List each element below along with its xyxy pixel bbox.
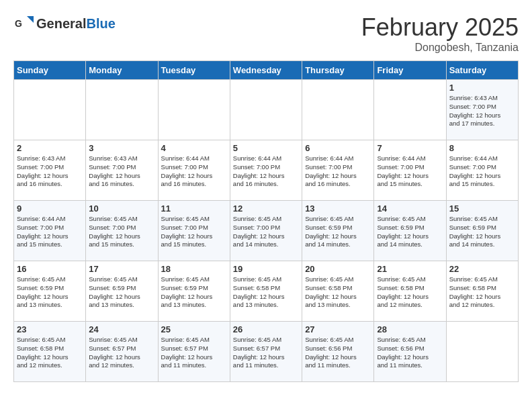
- svg-text:G: G: [15, 18, 22, 29]
- day-number: 7: [377, 143, 443, 153]
- calendar-cell: 23Sunrise: 6:45 AM Sunset: 6:58 PM Dayli…: [14, 322, 86, 382]
- day-info: Sunrise: 6:44 AM Sunset: 7:00 PM Dayligh…: [161, 154, 227, 189]
- day-number: 2: [17, 143, 83, 153]
- day-number: 26: [233, 324, 299, 334]
- calendar-cell: 20Sunrise: 6:45 AM Sunset: 6:58 PM Dayli…: [302, 261, 374, 322]
- day-number: 12: [233, 203, 299, 214]
- calendar-cell: [14, 80, 86, 140]
- day-info: Sunrise: 6:45 AM Sunset: 6:59 PM Dayligh…: [161, 275, 227, 310]
- day-number: 22: [449, 264, 515, 274]
- calendar-cell: [374, 80, 446, 140]
- day-info: Sunrise: 6:44 AM Sunset: 7:00 PM Dayligh…: [233, 154, 299, 189]
- calendar-week-row: 16Sunrise: 6:45 AM Sunset: 6:59 PM Dayli…: [14, 261, 519, 322]
- day-header-thursday: Thursday: [302, 61, 374, 80]
- calendar-week-row: 1Sunrise: 6:43 AM Sunset: 7:00 PM Daylig…: [14, 80, 519, 140]
- calendar-cell: 27Sunrise: 6:45 AM Sunset: 6:56 PM Dayli…: [302, 322, 374, 382]
- calendar-table: SundayMondayTuesdayWednesdayThursdayFrid…: [13, 60, 519, 382]
- day-number: 10: [89, 203, 154, 214]
- logo-general: General: [36, 16, 86, 31]
- calendar-cell: 12Sunrise: 6:45 AM Sunset: 7:00 PM Dayli…: [230, 201, 302, 261]
- day-number: 17: [89, 264, 154, 274]
- day-number: 18: [161, 264, 227, 274]
- calendar-cell: [158, 80, 230, 140]
- day-number: 9: [17, 203, 83, 214]
- month-title: February 2025: [361, 13, 519, 42]
- calendar-cell: 10Sunrise: 6:45 AM Sunset: 7:00 PM Dayli…: [86, 201, 158, 261]
- calendar-cell: 8Sunrise: 6:44 AM Sunset: 7:00 PM Daylig…: [446, 140, 518, 201]
- day-number: 19: [233, 264, 299, 274]
- day-info: Sunrise: 6:45 AM Sunset: 7:00 PM Dayligh…: [161, 215, 227, 249]
- day-info: Sunrise: 6:45 AM Sunset: 6:59 PM Dayligh…: [17, 275, 83, 310]
- day-header-friday: Friday: [374, 61, 446, 80]
- day-header-sunday: Sunday: [14, 61, 86, 80]
- day-info: Sunrise: 6:44 AM Sunset: 7:00 PM Dayligh…: [17, 215, 83, 249]
- title-block: February 2025 Dongobesh, Tanzania: [361, 13, 519, 54]
- day-info: Sunrise: 6:45 AM Sunset: 7:00 PM Dayligh…: [233, 215, 299, 249]
- calendar-cell: [302, 80, 374, 140]
- calendar-cell: 14Sunrise: 6:45 AM Sunset: 6:59 PM Dayli…: [374, 201, 446, 261]
- day-info: Sunrise: 6:45 AM Sunset: 6:57 PM Dayligh…: [233, 336, 299, 370]
- day-header-monday: Monday: [86, 61, 158, 80]
- day-number: 13: [305, 203, 371, 214]
- day-info: Sunrise: 6:45 AM Sunset: 6:56 PM Dayligh…: [305, 336, 371, 370]
- calendar-cell: [86, 80, 158, 140]
- calendar-cell: 1Sunrise: 6:43 AM Sunset: 7:00 PM Daylig…: [446, 80, 518, 140]
- calendar-cell: 15Sunrise: 6:45 AM Sunset: 6:59 PM Dayli…: [446, 201, 518, 261]
- day-header-tuesday: Tuesday: [158, 61, 230, 80]
- calendar-cell: 9Sunrise: 6:44 AM Sunset: 7:00 PM Daylig…: [14, 201, 86, 261]
- day-number: 5: [233, 143, 299, 153]
- svg-marker-1: [27, 16, 34, 23]
- calendar-cell: 16Sunrise: 6:45 AM Sunset: 6:59 PM Dayli…: [14, 261, 86, 322]
- day-number: 4: [161, 143, 227, 153]
- day-number: 25: [161, 324, 227, 334]
- day-info: Sunrise: 6:44 AM Sunset: 7:00 PM Dayligh…: [305, 154, 371, 189]
- calendar-cell: 6Sunrise: 6:44 AM Sunset: 7:00 PM Daylig…: [302, 140, 374, 201]
- day-number: 6: [305, 143, 371, 153]
- calendar-cell: 4Sunrise: 6:44 AM Sunset: 7:00 PM Daylig…: [158, 140, 230, 201]
- day-info: Sunrise: 6:45 AM Sunset: 6:57 PM Dayligh…: [161, 336, 227, 370]
- logo-icon: G: [13, 13, 34, 34]
- day-number: 28: [377, 324, 443, 334]
- calendar-cell: 7Sunrise: 6:44 AM Sunset: 7:00 PM Daylig…: [374, 140, 446, 201]
- calendar-cell: 19Sunrise: 6:45 AM Sunset: 6:58 PM Dayli…: [230, 261, 302, 322]
- calendar-cell: 22Sunrise: 6:45 AM Sunset: 6:58 PM Dayli…: [446, 261, 518, 322]
- day-info: Sunrise: 6:44 AM Sunset: 7:00 PM Dayligh…: [449, 154, 515, 189]
- day-number: 23: [17, 324, 83, 334]
- calendar-week-row: 9Sunrise: 6:44 AM Sunset: 7:00 PM Daylig…: [14, 201, 519, 261]
- day-number: 24: [89, 324, 154, 334]
- day-info: Sunrise: 6:45 AM Sunset: 6:58 PM Dayligh…: [305, 275, 371, 310]
- logo-blue: Blue: [86, 16, 115, 31]
- day-info: Sunrise: 6:45 AM Sunset: 6:56 PM Dayligh…: [377, 336, 443, 370]
- calendar-header-row: SundayMondayTuesdayWednesdayThursdayFrid…: [14, 61, 519, 80]
- calendar-cell: [230, 80, 302, 140]
- day-info: Sunrise: 6:45 AM Sunset: 6:58 PM Dayligh…: [449, 275, 515, 310]
- calendar-cell: 21Sunrise: 6:45 AM Sunset: 6:58 PM Dayli…: [374, 261, 446, 322]
- day-header-wednesday: Wednesday: [230, 61, 302, 80]
- day-info: Sunrise: 6:45 AM Sunset: 6:59 PM Dayligh…: [305, 215, 371, 249]
- day-info: Sunrise: 6:43 AM Sunset: 7:00 PM Dayligh…: [89, 154, 154, 189]
- page-header: G GeneralBlue February 2025 Dongobesh, T…: [13, 13, 519, 54]
- day-number: 3: [89, 143, 154, 153]
- calendar-cell: 17Sunrise: 6:45 AM Sunset: 6:59 PM Dayli…: [86, 261, 158, 322]
- calendar-week-row: 2Sunrise: 6:43 AM Sunset: 7:00 PM Daylig…: [14, 140, 519, 201]
- day-number: 16: [17, 264, 83, 274]
- calendar-cell: 13Sunrise: 6:45 AM Sunset: 6:59 PM Dayli…: [302, 201, 374, 261]
- day-number: 8: [449, 143, 515, 153]
- day-number: 15: [449, 203, 515, 214]
- day-info: Sunrise: 6:45 AM Sunset: 6:59 PM Dayligh…: [89, 275, 154, 310]
- day-header-saturday: Saturday: [446, 61, 518, 80]
- day-number: 27: [305, 324, 371, 334]
- calendar-cell: [446, 322, 518, 382]
- day-number: 1: [449, 83, 515, 93]
- calendar-cell: 26Sunrise: 6:45 AM Sunset: 6:57 PM Dayli…: [230, 322, 302, 382]
- day-number: 20: [305, 264, 371, 274]
- day-number: 14: [377, 203, 443, 214]
- calendar-week-row: 23Sunrise: 6:45 AM Sunset: 6:58 PM Dayli…: [14, 322, 519, 382]
- day-info: Sunrise: 6:45 AM Sunset: 6:59 PM Dayligh…: [377, 215, 443, 249]
- day-number: 11: [161, 203, 227, 214]
- day-info: Sunrise: 6:43 AM Sunset: 7:00 PM Dayligh…: [17, 154, 83, 189]
- calendar-cell: 3Sunrise: 6:43 AM Sunset: 7:00 PM Daylig…: [86, 140, 158, 201]
- calendar-cell: 5Sunrise: 6:44 AM Sunset: 7:00 PM Daylig…: [230, 140, 302, 201]
- day-info: Sunrise: 6:45 AM Sunset: 6:59 PM Dayligh…: [449, 215, 515, 249]
- day-info: Sunrise: 6:44 AM Sunset: 7:00 PM Dayligh…: [377, 154, 443, 189]
